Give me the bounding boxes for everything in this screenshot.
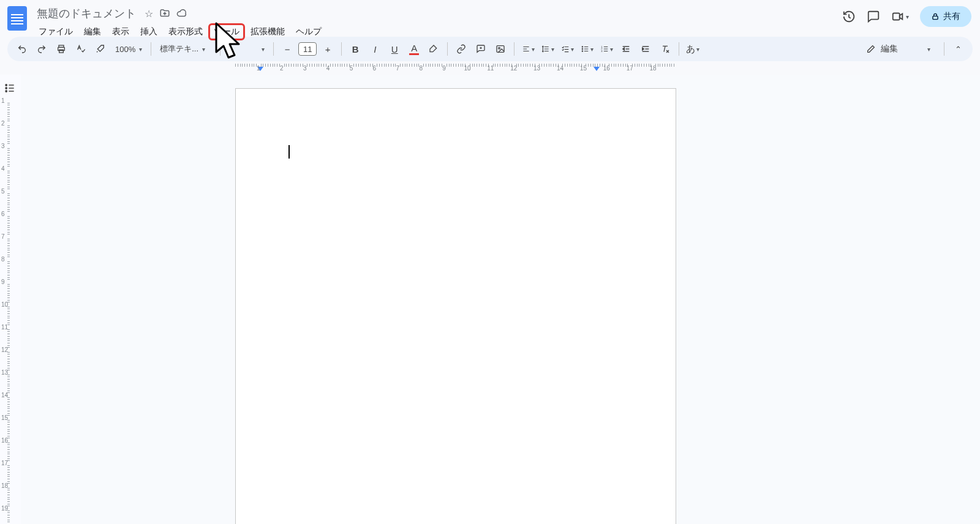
toolbar-separator (447, 42, 448, 56)
paint-format-button[interactable] (92, 40, 109, 58)
toolbar-separator (341, 42, 342, 56)
menu-view[interactable]: 表示 (108, 24, 134, 39)
bulleted-list-button[interactable]: ▾ (578, 40, 595, 58)
share-button[interactable]: 共有 (920, 6, 971, 27)
svg-point-8 (582, 48, 582, 49)
text-color-button[interactable]: A (405, 40, 423, 58)
ruler-label: 4 (326, 65, 330, 72)
editing-mode-select[interactable]: 編集 ▾ (858, 41, 939, 57)
menu-edit[interactable]: 編集 (80, 24, 105, 39)
cloud-status-icon[interactable] (176, 8, 187, 19)
right-margin-marker-icon[interactable] (594, 67, 600, 71)
toolbar-separator (944, 42, 944, 56)
line-spacing-button[interactable]: ▾ (539, 40, 556, 58)
ruler-label: 6 (373, 65, 377, 72)
font-size-increase[interactable]: + (319, 40, 336, 58)
caret-down-icon: ▾ (906, 13, 909, 20)
menu-extensions[interactable]: 拡張機能 (246, 24, 289, 39)
vruler-label: 9 (1, 279, 5, 285)
comments-icon[interactable] (867, 10, 880, 23)
ruler-label: 5 (350, 65, 353, 72)
toolbar-separator (679, 42, 679, 56)
toolbar-separator (273, 42, 274, 56)
clear-formatting-button[interactable] (657, 40, 674, 58)
toolbar-separator (151, 42, 151, 56)
document-canvas[interactable] (21, 75, 980, 524)
svg-point-13 (6, 84, 7, 86)
collapse-toolbar-button[interactable]: ⌃ (949, 40, 967, 58)
spellcheck-button[interactable] (72, 40, 89, 58)
text-cursor (288, 145, 290, 159)
ruler-label: 8 (419, 65, 423, 72)
vruler-label: 1 (1, 97, 5, 104)
editing-mode-label: 編集 (881, 43, 898, 54)
toolbar: 100% ▾ 標準テキ... ▾ ▾ − 11 + B I U A ▾ ▾ (7, 37, 973, 61)
paragraph-style-select[interactable]: 標準テキ... ▾ (156, 43, 215, 54)
workspace: 12345678910111213141516171819 (0, 75, 980, 524)
lock-icon (931, 12, 940, 21)
ruler-label: 7 (396, 65, 399, 72)
svg-point-6 (499, 47, 500, 49)
title-row: 無題のドキュメント ☆ (34, 5, 326, 22)
font-family-select[interactable]: ▾ (225, 46, 268, 53)
input-tools-button[interactable]: あ ▾ (684, 40, 701, 58)
underline-button[interactable]: U (386, 40, 403, 58)
bold-button[interactable]: B (347, 40, 364, 58)
caret-down-icon: ▾ (532, 46, 535, 53)
app-header: 無題のドキュメント ☆ ファイル 編集 表示 挿入 表示形式 ツール 拡張機能 … (0, 0, 980, 36)
insert-image-button[interactable] (492, 40, 509, 58)
indent-increase-button[interactable] (637, 40, 654, 58)
docs-logo-icon[interactable] (7, 6, 27, 31)
document-title[interactable]: 無題のドキュメント (34, 5, 138, 22)
insert-link-button[interactable] (453, 40, 470, 58)
checklist-button[interactable]: ▾ (559, 40, 576, 58)
menu-insert[interactable]: 挿入 (136, 24, 162, 39)
caret-down-icon: ▾ (262, 46, 265, 53)
star-icon[interactable]: ☆ (145, 8, 153, 20)
font-size-input[interactable]: 11 (298, 42, 317, 56)
align-button[interactable]: ▾ (519, 40, 537, 58)
caret-down-icon: ▾ (202, 46, 205, 53)
meet-icon[interactable]: ▾ (891, 10, 909, 23)
svg-text:3: 3 (601, 50, 603, 53)
caret-down-icon: ▾ (139, 46, 142, 53)
indent-decrease-button[interactable] (617, 40, 635, 58)
undo-button[interactable] (13, 40, 31, 58)
input-char-label: あ (686, 43, 695, 55)
svg-rect-5 (497, 46, 504, 53)
print-button[interactable] (53, 40, 70, 58)
vruler-label: 6 (1, 211, 5, 217)
vruler-label: 2 (1, 120, 5, 127)
italic-button[interactable]: I (366, 40, 383, 58)
zoom-value: 100% (115, 45, 135, 54)
vruler-label: 3 (1, 143, 5, 149)
menu-tools[interactable]: ツール (209, 24, 244, 39)
vruler-label: 5 (1, 188, 5, 195)
menu-help[interactable]: ヘルプ (292, 24, 326, 39)
menu-bar: ファイル 編集 表示 挿入 表示形式 ツール 拡張機能 ヘルプ (34, 24, 326, 39)
menu-file[interactable]: ファイル (34, 24, 77, 39)
vertical-ruler[interactable]: 12345678910111213141516171819 (1, 88, 10, 524)
header-right: ▾ 共有 (842, 6, 971, 27)
horizontal-ruler[interactable]: 123456789101112131415161718 (0, 64, 980, 75)
font-size-decrease[interactable]: − (279, 40, 296, 58)
font-size-value: 11 (303, 45, 312, 54)
svg-point-7 (582, 47, 582, 47)
numbered-list-button[interactable]: 123 ▾ (598, 40, 615, 58)
toolbar-separator (514, 42, 514, 56)
page[interactable] (235, 88, 676, 524)
vruler-label: 8 (1, 256, 5, 263)
zoom-select[interactable]: 100% ▾ (111, 45, 146, 54)
svg-point-9 (582, 51, 582, 51)
move-folder-icon[interactable] (159, 8, 170, 19)
toolbar-separator (220, 42, 221, 56)
svg-rect-1 (933, 16, 938, 19)
menu-format[interactable]: 表示形式 (164, 24, 207, 39)
paragraph-style-value: 標準テキ... (160, 43, 198, 54)
history-icon[interactable] (842, 10, 856, 23)
highlight-color-button[interactable] (425, 40, 442, 58)
vruler-label: 4 (1, 165, 5, 172)
caret-down-icon: ▾ (610, 46, 613, 53)
redo-button[interactable] (33, 40, 50, 58)
add-comment-button[interactable] (472, 40, 489, 58)
